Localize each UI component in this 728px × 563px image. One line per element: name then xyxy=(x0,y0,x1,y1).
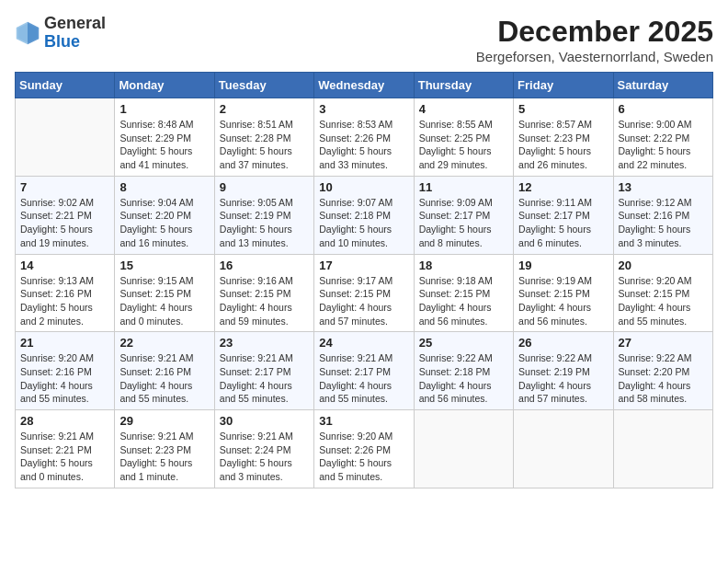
day-info: Sunrise: 9:21 AM Sunset: 2:23 PM Dayligh… xyxy=(119,430,209,484)
calendar-cell: 16Sunrise: 9:16 AM Sunset: 2:15 PM Dayli… xyxy=(214,254,313,332)
svg-marker-2 xyxy=(17,22,28,45)
day-number: 17 xyxy=(319,259,408,272)
calendar-cell: 4Sunrise: 8:55 AM Sunset: 2:25 PM Daylig… xyxy=(414,98,513,177)
day-number: 14 xyxy=(20,259,109,272)
day-number: 31 xyxy=(319,414,408,428)
calendar-cell: 22Sunrise: 9:21 AM Sunset: 2:16 PM Dayli… xyxy=(115,332,214,410)
day-number: 28 xyxy=(20,414,109,428)
day-number: 12 xyxy=(518,180,608,194)
day-number: 21 xyxy=(20,336,109,350)
day-number: 4 xyxy=(419,102,508,116)
day-number: 18 xyxy=(419,259,508,272)
calendar-cell: 6Sunrise: 9:00 AM Sunset: 2:22 PM Daylig… xyxy=(613,98,712,177)
day-number: 29 xyxy=(119,414,209,428)
calendar-cell: 23Sunrise: 9:21 AM Sunset: 2:17 PM Dayli… xyxy=(214,332,313,410)
calendar-cell: 25Sunrise: 9:22 AM Sunset: 2:18 PM Dayli… xyxy=(414,332,513,410)
calendar-body: 1Sunrise: 8:48 AM Sunset: 2:29 PM Daylig… xyxy=(16,98,713,488)
weekday-header-friday: Friday xyxy=(514,73,613,98)
calendar-cell: 1Sunrise: 8:48 AM Sunset: 2:29 PM Daylig… xyxy=(115,98,214,177)
calendar-cell: 28Sunrise: 9:21 AM Sunset: 2:21 PM Dayli… xyxy=(16,410,115,488)
day-number: 27 xyxy=(619,336,708,350)
day-info: Sunrise: 9:04 AM Sunset: 2:20 PM Dayligh… xyxy=(119,196,209,250)
week-row-5: 28Sunrise: 9:21 AM Sunset: 2:21 PM Dayli… xyxy=(16,410,713,488)
header: General Blue December 2025 Bergeforsen, … xyxy=(15,15,713,64)
calendar-cell: 17Sunrise: 9:17 AM Sunset: 2:15 PM Dayli… xyxy=(314,254,414,332)
day-info: Sunrise: 9:16 AM Sunset: 2:15 PM Dayligh… xyxy=(220,274,309,328)
day-number: 19 xyxy=(518,259,608,272)
weekday-header-wednesday: Wednesday xyxy=(314,73,414,98)
day-number: 23 xyxy=(220,336,309,350)
weekday-header-thursday: Thursday xyxy=(414,73,513,98)
day-info: Sunrise: 8:53 AM Sunset: 2:26 PM Dayligh… xyxy=(319,118,408,172)
day-info: Sunrise: 9:12 AM Sunset: 2:16 PM Dayligh… xyxy=(619,196,708,250)
logo: General Blue xyxy=(15,15,106,52)
day-number: 11 xyxy=(419,180,508,194)
calendar-cell: 30Sunrise: 9:21 AM Sunset: 2:24 PM Dayli… xyxy=(214,410,313,488)
calendar-cell xyxy=(414,410,513,488)
calendar-cell: 5Sunrise: 8:57 AM Sunset: 2:23 PM Daylig… xyxy=(514,98,613,177)
logo-general: General xyxy=(44,14,106,32)
calendar-cell: 27Sunrise: 9:22 AM Sunset: 2:20 PM Dayli… xyxy=(613,332,712,410)
svg-marker-1 xyxy=(28,22,39,45)
day-number: 7 xyxy=(20,180,109,194)
calendar-cell: 24Sunrise: 9:21 AM Sunset: 2:17 PM Dayli… xyxy=(314,332,414,410)
calendar-cell xyxy=(514,410,613,488)
day-number: 9 xyxy=(220,180,309,194)
day-info: Sunrise: 9:20 AM Sunset: 2:16 PM Dayligh… xyxy=(20,351,109,406)
day-info: Sunrise: 9:21 AM Sunset: 2:17 PM Dayligh… xyxy=(220,351,309,406)
day-info: Sunrise: 9:19 AM Sunset: 2:15 PM Dayligh… xyxy=(518,274,608,328)
day-info: Sunrise: 9:02 AM Sunset: 2:21 PM Dayligh… xyxy=(20,196,109,250)
logo-icon xyxy=(15,20,40,46)
calendar-cell: 10Sunrise: 9:07 AM Sunset: 2:18 PM Dayli… xyxy=(314,176,414,254)
title-area: December 2025 Bergeforsen, Vaesternorrla… xyxy=(476,15,713,64)
day-info: Sunrise: 9:21 AM Sunset: 2:17 PM Dayligh… xyxy=(319,351,408,406)
calendar-cell xyxy=(613,410,712,488)
day-info: Sunrise: 9:22 AM Sunset: 2:20 PM Dayligh… xyxy=(619,351,708,406)
day-number: 15 xyxy=(119,259,209,272)
day-info: Sunrise: 9:05 AM Sunset: 2:19 PM Dayligh… xyxy=(220,196,309,250)
week-row-1: 1Sunrise: 8:48 AM Sunset: 2:29 PM Daylig… xyxy=(16,98,713,177)
day-number: 25 xyxy=(419,336,508,350)
week-row-4: 21Sunrise: 9:20 AM Sunset: 2:16 PM Dayli… xyxy=(16,332,713,410)
weekday-header-sunday: Sunday xyxy=(16,73,115,98)
calendar-cell: 7Sunrise: 9:02 AM Sunset: 2:21 PM Daylig… xyxy=(16,176,115,254)
calendar-cell: 14Sunrise: 9:13 AM Sunset: 2:16 PM Dayli… xyxy=(16,254,115,332)
day-info: Sunrise: 9:21 AM Sunset: 2:21 PM Dayligh… xyxy=(20,430,109,484)
calendar-cell: 8Sunrise: 9:04 AM Sunset: 2:20 PM Daylig… xyxy=(115,176,214,254)
day-number: 6 xyxy=(619,102,708,116)
day-number: 30 xyxy=(220,414,309,428)
day-number: 3 xyxy=(319,102,408,116)
week-row-3: 14Sunrise: 9:13 AM Sunset: 2:16 PM Dayli… xyxy=(16,254,713,332)
calendar-cell: 9Sunrise: 9:05 AM Sunset: 2:19 PM Daylig… xyxy=(214,176,313,254)
day-number: 1 xyxy=(119,102,209,116)
logo-text: General Blue xyxy=(44,15,106,52)
day-info: Sunrise: 8:55 AM Sunset: 2:25 PM Dayligh… xyxy=(419,118,508,172)
location-subtitle: Bergeforsen, Vaesternorrland, Sweden xyxy=(476,49,713,64)
day-info: Sunrise: 8:57 AM Sunset: 2:23 PM Dayligh… xyxy=(518,118,608,172)
month-title: December 2025 xyxy=(476,15,713,49)
logo-blue: Blue xyxy=(44,32,80,51)
day-number: 26 xyxy=(518,336,608,350)
day-info: Sunrise: 8:51 AM Sunset: 2:28 PM Dayligh… xyxy=(220,118,309,172)
day-number: 10 xyxy=(319,180,408,194)
day-info: Sunrise: 9:09 AM Sunset: 2:17 PM Dayligh… xyxy=(419,196,508,250)
weekday-header-tuesday: Tuesday xyxy=(214,73,313,98)
calendar-cell: 3Sunrise: 8:53 AM Sunset: 2:26 PM Daylig… xyxy=(314,98,414,177)
day-info: Sunrise: 9:07 AM Sunset: 2:18 PM Dayligh… xyxy=(319,196,408,250)
day-number: 2 xyxy=(220,102,309,116)
calendar-cell: 18Sunrise: 9:18 AM Sunset: 2:15 PM Dayli… xyxy=(414,254,513,332)
calendar-cell: 31Sunrise: 9:20 AM Sunset: 2:26 PM Dayli… xyxy=(314,410,414,488)
calendar-cell: 15Sunrise: 9:15 AM Sunset: 2:15 PM Dayli… xyxy=(115,254,214,332)
day-info: Sunrise: 9:22 AM Sunset: 2:18 PM Dayligh… xyxy=(419,351,508,406)
day-number: 5 xyxy=(518,102,608,116)
day-number: 8 xyxy=(119,180,209,194)
calendar-cell: 20Sunrise: 9:20 AM Sunset: 2:15 PM Dayli… xyxy=(613,254,712,332)
day-info: Sunrise: 9:20 AM Sunset: 2:15 PM Dayligh… xyxy=(619,274,708,328)
weekday-header-saturday: Saturday xyxy=(613,73,712,98)
day-info: Sunrise: 9:15 AM Sunset: 2:15 PM Dayligh… xyxy=(119,274,209,328)
calendar-cell: 2Sunrise: 8:51 AM Sunset: 2:28 PM Daylig… xyxy=(214,98,313,177)
calendar-cell: 21Sunrise: 9:20 AM Sunset: 2:16 PM Dayli… xyxy=(16,332,115,410)
weekday-header-row: SundayMondayTuesdayWednesdayThursdayFrid… xyxy=(16,73,713,98)
weekday-header-monday: Monday xyxy=(115,73,214,98)
day-number: 24 xyxy=(319,336,408,350)
